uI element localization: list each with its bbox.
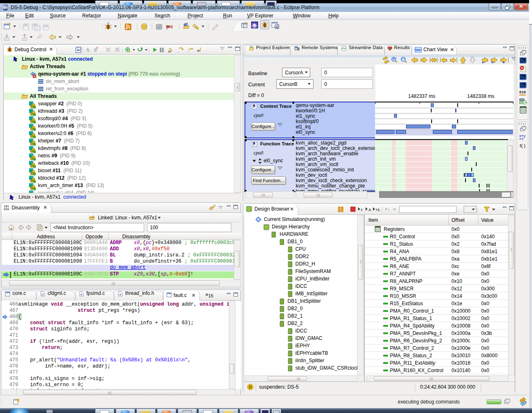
svg-text:+1: +1 (375, 208, 380, 212)
svg-text:t: t (361, 208, 362, 212)
svg-text:C: C (276, 25, 278, 29)
svg-text:t: t (388, 208, 390, 212)
svg-text:.c: .c (80, 292, 83, 296)
svg-text:.: . (188, 50, 189, 53)
svg-text:.: . (178, 50, 179, 53)
svg-text:si: si (197, 49, 200, 52)
svg-text:.c: .c (119, 292, 121, 296)
svg-text:.c: .c (41, 292, 44, 296)
svg-text:A: A (368, 208, 371, 212)
svg-text:010: 010 (4, 208, 9, 211)
svg-text:3.: 3. (168, 50, 171, 53)
